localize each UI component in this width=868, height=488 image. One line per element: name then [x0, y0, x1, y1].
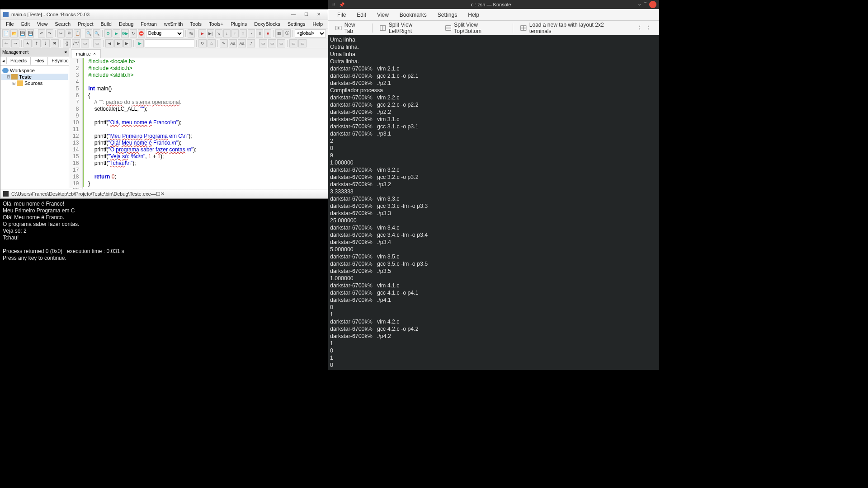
maximize-button[interactable]: ☐ — [300, 10, 312, 19]
menu-settings[interactable]: Settings — [284, 20, 309, 28]
program-console-titlebar[interactable]: C:\Users\Franco\Desktop\cb\Projeto\Teste… — [0, 189, 328, 199]
build-icon[interactable]: ⚙ — [104, 29, 112, 38]
menu-fortran[interactable]: Fortran — [137, 20, 160, 28]
text-tool-1-icon[interactable]: Aa — [229, 39, 237, 47]
braces-icon[interactable]: {} — [63, 39, 71, 47]
management-close-icon[interactable]: × — [64, 50, 67, 55]
refresh-icon[interactable]: ↻ — [198, 39, 207, 47]
menu-help[interactable]: Help — [309, 20, 326, 28]
minimize-button[interactable]: — — [287, 10, 300, 19]
next-line-icon[interactable]: ↘ — [215, 29, 222, 38]
menu-plugins[interactable]: Plugins — [227, 20, 250, 28]
kon-menu-view[interactable]: View — [372, 10, 394, 20]
new-tab-button[interactable]: New Tab — [332, 20, 368, 36]
debug-run-icon[interactable]: ▶ — [198, 29, 206, 38]
jump-back-icon[interactable]: ◀ — [105, 39, 113, 47]
load-layout-button[interactable]: Load a new tab with layout 2x2 terminals — [517, 20, 629, 36]
editor-tab-mainc[interactable]: main.c × — [71, 49, 101, 58]
home-icon[interactable]: ⌂ — [208, 39, 216, 47]
run-icon[interactable]: ▶ — [113, 29, 120, 38]
code-editor[interactable]: 1234567891011121314151617181920 #include… — [69, 58, 328, 189]
console-minimize-button[interactable]: — — [151, 191, 156, 197]
bookmark-next-icon[interactable]: ⇣ — [42, 39, 50, 47]
run-target-icon[interactable]: ▶ — [136, 39, 144, 47]
menu-view[interactable]: View — [33, 20, 52, 28]
menu-edit[interactable]: Edit — [18, 20, 33, 28]
tree-workspace[interactable]: Workspace — [1, 67, 68, 74]
copy-icon[interactable]: ⧉ — [66, 29, 73, 38]
kon-menu-help[interactable]: Help — [462, 10, 485, 20]
step-into-icon[interactable]: ↓ — [223, 29, 231, 38]
menu-toolsplus[interactable]: Tools+ — [205, 20, 227, 28]
build-target-select[interactable]: Debug — [146, 29, 184, 38]
replace-icon[interactable]: 🔍 — [93, 29, 100, 38]
info-icon[interactable]: ⓘ — [283, 29, 291, 38]
text-tool-2-icon[interactable]: Aa — [238, 39, 246, 47]
step-out-icon[interactable]: ↑ — [231, 29, 239, 38]
konsole-titlebar[interactable]: ⌗ 📌 c : zsh — Konsole ⌄ ⌃ — [328, 0, 659, 9]
editor-tab-close-icon[interactable]: × — [93, 52, 95, 56]
find-icon[interactable]: 🔍 — [85, 29, 92, 38]
jump-last-icon[interactable]: ▶| — [123, 39, 132, 47]
bookmark-toggle-icon[interactable]: ★ — [24, 39, 32, 47]
build-run-icon[interactable]: ⚙▶ — [121, 29, 129, 38]
redo-icon[interactable]: ↷ — [46, 29, 53, 38]
kon-menu-settings[interactable]: Settings — [432, 10, 462, 20]
toggle-source-header-icon[interactable]: ↹ — [188, 29, 195, 38]
close-button[interactable]: ✕ — [312, 10, 325, 19]
menu-search[interactable]: Search — [51, 20, 74, 28]
konsole-terminal[interactable]: Uma linha. Outra linha. Uma linha. Outra… — [328, 35, 659, 370]
doxy-1-icon[interactable]: ▭ — [259, 39, 267, 47]
split-top-bottom-button[interactable]: Split View Top/Bottom — [442, 20, 509, 36]
konsole-close-button[interactable] — [649, 1, 656, 8]
tab-nav-right-icon[interactable]: 〉 — [645, 24, 656, 32]
mgmt-tab-files[interactable]: Files — [31, 57, 48, 65]
kon-menu-bookmarks[interactable]: Bookmarks — [394, 10, 432, 20]
step-instr-icon[interactable]: › — [248, 29, 255, 38]
cut-icon[interactable]: ✂ — [57, 29, 65, 38]
block-icon[interactable]: ▭ — [81, 39, 89, 47]
kon-menu-edit[interactable]: Edit — [351, 10, 372, 20]
menu-wxsmith[interactable]: wxSmith — [160, 20, 187, 28]
next-instr-icon[interactable]: » — [240, 29, 247, 38]
misc-2-icon[interactable]: ▭ — [298, 39, 307, 47]
source-code[interactable]: #include <locale.h> #include <stdio.h> #… — [86, 58, 328, 189]
misc-1-icon[interactable]: ▭ — [289, 39, 297, 47]
target-input[interactable] — [145, 39, 194, 47]
jump-fwd-icon[interactable]: ▶ — [114, 39, 123, 47]
bookmark-prev-icon[interactable]: ⇡ — [33, 39, 41, 47]
save-all-icon[interactable]: 💾 — [27, 29, 34, 38]
split-left-right-button[interactable]: Split View Left/Right — [376, 20, 440, 36]
menu-project[interactable]: Project — [74, 20, 97, 28]
debug-windows-icon[interactable]: ▦ — [275, 29, 283, 38]
pin-icon[interactable]: 📌 — [339, 2, 344, 7]
codeblocks-titlebar[interactable]: main.c [Teste] - Code::Blocks 20.03 — ☐ … — [0, 9, 328, 19]
mgmt-tabs-left-icon[interactable]: ◂ — [0, 57, 7, 64]
rebuild-icon[interactable]: ↻ — [130, 29, 137, 38]
regex-icon[interactable]: .* — [247, 39, 255, 47]
nav-fwd-icon[interactable]: ⇒ — [11, 39, 19, 47]
nav-back-icon[interactable]: ⇐ — [2, 39, 10, 47]
run-to-cursor-icon[interactable]: ▶| — [207, 29, 214, 38]
highlight-icon[interactable]: ✎ — [220, 39, 228, 47]
console-maximize-button[interactable]: ☐ — [156, 191, 160, 197]
tree-project[interactable]: ⊟Teste — [1, 74, 68, 80]
kon-menu-file[interactable]: File — [332, 10, 351, 20]
tab-nav-left-icon[interactable]: 〈 — [632, 24, 643, 32]
doxy-2-icon[interactable]: ▭ — [268, 39, 276, 47]
menu-build[interactable]: Build — [97, 20, 115, 28]
break-icon[interactable]: ⏸ — [256, 29, 263, 38]
program-console-output[interactable]: Olá, meu nome é Franco! Meu Primeiro Pro… — [0, 199, 328, 263]
undo-icon[interactable]: ↶ — [38, 29, 45, 38]
save-icon[interactable]: 💾 — [19, 29, 26, 38]
bookmark-clear-icon[interactable]: ✖ — [51, 39, 59, 47]
selection-icon[interactable]: ▭ — [93, 39, 101, 47]
abort-icon[interactable]: ⛔ — [138, 29, 145, 38]
paste-icon[interactable]: 📋 — [74, 29, 81, 38]
scope-select[interactable]: <global> — [295, 29, 326, 38]
open-file-icon[interactable]: 📂 — [10, 29, 18, 38]
mgmt-tab-projects[interactable]: Projects — [7, 57, 31, 65]
menu-doxyblocks[interactable]: DoxyBlocks — [250, 20, 283, 28]
menu-file[interactable]: File — [2, 20, 18, 28]
stop-debug-icon[interactable]: ■ — [264, 29, 271, 38]
